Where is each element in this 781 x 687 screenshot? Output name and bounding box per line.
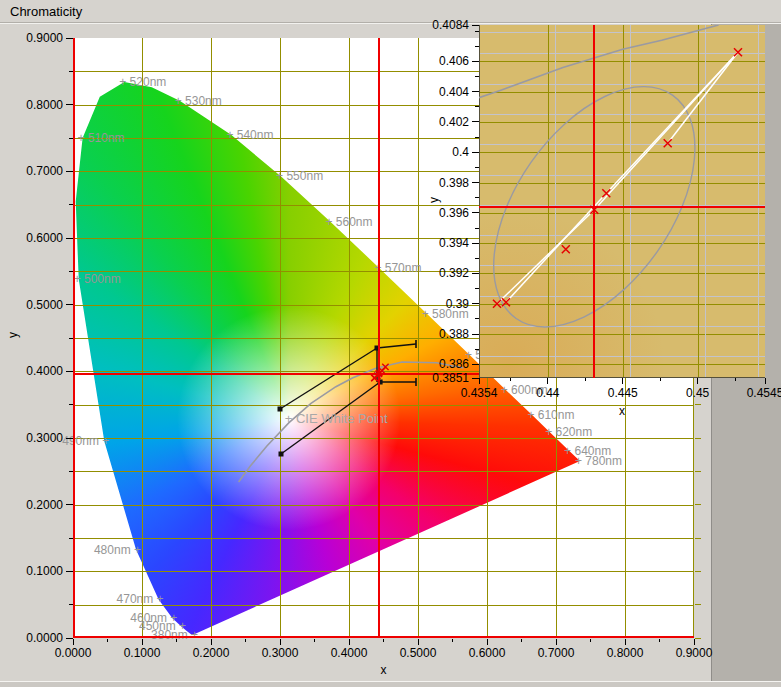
x-axis-tick (625, 639, 626, 645)
y-axis-tick-label: 0.0000 (0, 631, 63, 645)
y-axis-tick (66, 638, 73, 639)
inset-y-axis-minor-tick (475, 182, 479, 183)
inset-y-axis-minor-tick (475, 303, 479, 304)
right-edge-tick (695, 504, 701, 505)
cie-white-point-label: + CIE White Point (285, 411, 388, 426)
inset-gridline-vertical (623, 25, 624, 378)
inset-x-axis-tick-label: 0.44 (518, 386, 578, 400)
y-axis-tick (66, 571, 73, 572)
x-axis-tick (211, 639, 212, 645)
cursor-vertical-line[interactable] (378, 38, 380, 638)
inset-y-axis-minor-tick (475, 137, 479, 138)
inset-x-axis-tick (547, 378, 548, 384)
wavelength-label: + 550nm (276, 169, 323, 183)
inset-x-axis-tick-label: 0.445 (593, 386, 653, 400)
x-axis-tick-label: 0.0000 (41, 646, 105, 660)
x-axis-tick (73, 639, 74, 645)
wavelength-label: + 620nm (545, 425, 592, 439)
y-axis-tick (66, 371, 73, 372)
x-axis-tick-label: 0.1000 (110, 646, 174, 660)
inset-y-axis-tick (472, 25, 479, 26)
gridline-horizontal (73, 538, 694, 539)
inset-y-axis-minor-tick (475, 273, 479, 274)
x-axis-tick (418, 639, 419, 645)
x-axis-minor-tick (452, 639, 453, 642)
measurement-point-marker (502, 298, 510, 306)
trace-white-line (668, 52, 738, 143)
inset-x-axis-minor-tick (510, 378, 511, 381)
right-edge-tick (695, 571, 701, 572)
inset-gridline-gray (479, 296, 765, 297)
inset-y-axis-tick-label: 0.392 (417, 266, 469, 280)
inset-gridline-gray (479, 84, 765, 85)
trace-white-line (506, 193, 606, 302)
inset-y-axis-minor-tick (475, 364, 479, 365)
inset-y-axis-minor-tick (475, 152, 479, 153)
wavelength-label: + 560nm (325, 215, 372, 229)
wavelength-label: 460nm + (130, 611, 177, 625)
inset-x-axis-tick (479, 378, 480, 384)
inset-y-axis-minor-tick (475, 349, 479, 350)
title-bar: Chromaticity (0, 0, 781, 22)
inset-y-axis-tick-label: 0.386 (417, 357, 469, 371)
inset-y-axis-minor-tick (475, 91, 479, 92)
inset-y-axis-tick-label: 0.4 (417, 145, 469, 159)
inset-x-axis-tick (622, 378, 623, 384)
inset-cursor-vertical-line[interactable] (593, 25, 595, 378)
x-axis-tick-label: 0.3000 (248, 646, 312, 660)
inset-gridline-horizontal (479, 243, 765, 244)
x-axis-tick-label: 0.8000 (593, 646, 657, 660)
wavelength-label: + 780nm (575, 454, 622, 468)
x-axis-minor-tick (659, 639, 660, 642)
inset-y-axis-tick-label: 0.406 (417, 54, 469, 68)
wavelength-label: + 540nm (226, 128, 273, 142)
inset-y-axis-tick-label: 0.398 (417, 176, 469, 190)
x-axis-minor-tick (383, 639, 384, 642)
inset-gridline-horizontal (479, 213, 765, 214)
inset-gridline-gray (479, 356, 765, 357)
y-axis-tick-label: 0.8000 (0, 98, 63, 112)
x-axis-tick-label: 0.7000 (524, 646, 588, 660)
inset-gridline-horizontal (479, 273, 765, 274)
inset-y-axis-minor-tick (475, 121, 479, 122)
inset-x-axis-tick-label: 0.45 (668, 386, 728, 400)
inset-y-axis-tick-label: 0.396 (417, 206, 469, 220)
inset-y-axis-minor-tick (475, 61, 479, 62)
x-axis-minor-tick (245, 639, 246, 642)
right-edge-tick (695, 604, 701, 605)
inset-y-axis-tick-label: 0.4084 (417, 18, 469, 32)
inset-gridline-gray (705, 25, 706, 378)
x-axis-tick (694, 639, 695, 645)
gridline-horizontal (73, 571, 694, 572)
inset-y-axis-line (479, 25, 480, 378)
inset-gridline-gray (479, 175, 765, 176)
y-axis-tick (66, 104, 73, 105)
x-axis-minor-tick (107, 639, 108, 642)
inset-y-axis-minor-tick (475, 46, 479, 47)
wavelength-label: + 500nm (74, 272, 121, 286)
inset-x-axis-tick (765, 378, 766, 384)
x-axis-tick (280, 639, 281, 645)
right-edge-tick (695, 438, 701, 439)
y-axis-tick-label: 0.3000 (0, 431, 63, 445)
inset-y-axis-minor-tick (475, 334, 479, 335)
inset-cursor-horizontal-line[interactable] (479, 206, 765, 208)
inset-chart-plot-area[interactable]: y x 0.40840.4060.4040.4020.40.3980.3960.… (479, 25, 765, 378)
x-axis-minor-tick (314, 639, 315, 642)
inset-gridline-gray (479, 114, 765, 115)
inset-gridline-gray (479, 32, 765, 33)
inset-y-axis-tick-label: 0.39 (417, 297, 469, 311)
inset-y-axis-minor-tick (475, 31, 479, 32)
inset-gridline-gray (479, 53, 765, 54)
y-axis-tick (66, 304, 73, 305)
wavelength-label: + 570nm (374, 261, 421, 275)
measurement-point-marker (602, 189, 610, 197)
measurement-point-marker (562, 245, 570, 253)
y-axis-line-red[interactable] (73, 38, 75, 638)
inset-gridline-horizontal (479, 152, 765, 153)
inset-y-axis-minor-tick (475, 167, 479, 168)
x-axis-line-red[interactable] (73, 636, 694, 638)
x-axis-tick-label: 0.5000 (386, 646, 450, 660)
x-axis-tick-label: 0.6000 (455, 646, 519, 660)
inset-y-axis-tick-label: 0.394 (417, 236, 469, 250)
